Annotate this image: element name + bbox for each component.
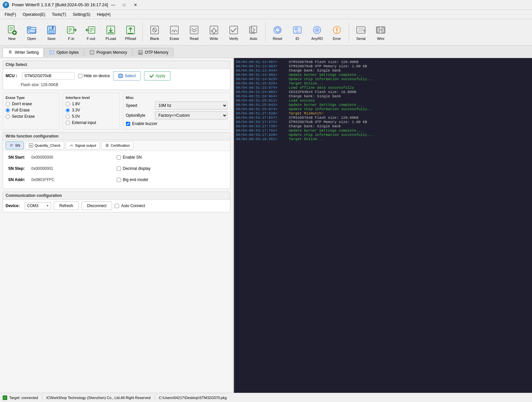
- enable-sn-checkbox[interactable]: [117, 155, 121, 160]
- speed-select[interactable]: 10M hz 1M hz 5M hz 20M hz: [155, 102, 228, 109]
- tab-otp-memory[interactable]: OTP Memory: [133, 48, 173, 57]
- toolbar-fout-button[interactable]: F-out: [82, 21, 100, 44]
- close-button[interactable]: ✕: [131, 2, 140, 8]
- sn-step-field: SN Step: 0x00000001: [8, 166, 117, 171]
- select-button[interactable]: Select: [113, 71, 140, 80]
- erase-icon: [168, 24, 180, 36]
- svg-rect-31: [230, 26, 238, 34]
- sn-addr-label: SN Addr:: [8, 177, 31, 182]
- new-label: New: [8, 37, 15, 41]
- toolbar-fin-button[interactable]: F-in: [62, 21, 80, 44]
- log-message: STM32G070xB OTP Memory size: 1.00 KB: [289, 120, 367, 124]
- dont-erase-radio[interactable]: [6, 102, 10, 106]
- log-message: STM32G070xB Flash size: 128.00KB: [289, 116, 358, 120]
- toolbar-erase-button[interactable]: Erase: [165, 21, 184, 44]
- svg-rect-30: [210, 26, 218, 34]
- device-select[interactable]: COM3 COM1 COM2 COM4: [25, 202, 51, 209]
- log-timestamp: 06/04-09:51:23:674>: [236, 86, 289, 90]
- tab-option-bytes[interactable]: Option bytes: [44, 48, 83, 57]
- sn-addr-field: SN Addr: 0x0801FFFC: [8, 177, 117, 182]
- hide-device-row: Hide on device: [78, 74, 110, 78]
- minimize-button[interactable]: —: [108, 2, 118, 8]
- toolbar-write-button[interactable]: Write: [205, 21, 223, 44]
- toolbar-pread-button[interactable]: PRead: [121, 21, 140, 44]
- log-timestamp: 06/04-09:51:13:867>: [236, 60, 289, 64]
- log-entry: 06/04-09:51:25:043> Update burner Settin…: [236, 103, 530, 107]
- menu-help[interactable]: Help(H): [94, 11, 114, 18]
- hide-device-checkbox[interactable]: [78, 74, 82, 78]
- menu-setting[interactable]: Setting(S): [70, 11, 94, 18]
- 3v3-radio[interactable]: [66, 108, 70, 112]
- toolbar-blank-button[interactable]: Blank: [145, 21, 164, 44]
- log-message: Change bank: Single bank: [289, 69, 341, 73]
- erase-type-col: Erase Type Don't erase Full Erase Sector…: [3, 93, 59, 130]
- log-timestamp: 06/04-09:53:17:672>: [236, 120, 289, 124]
- menu-operation[interactable]: Operation(E): [19, 11, 49, 18]
- wf-tab-quantity[interactable]: N Quantity_Check: [25, 141, 64, 149]
- fin-icon: [65, 24, 77, 36]
- toolbar-anyrd-button[interactable]: AnyRD: [308, 21, 326, 44]
- pload-label: PLoad: [105, 37, 116, 41]
- toolbar-auto-button[interactable]: Auto: [244, 21, 263, 44]
- ext-radio[interactable]: [66, 121, 70, 125]
- 5v0-radio[interactable]: [66, 114, 70, 119]
- log-message: Update chip information successfully...: [289, 107, 373, 111]
- serial-label: Serial: [356, 37, 366, 41]
- full-erase-option: Full Erase: [6, 108, 56, 112]
- decimal-display-checkbox[interactable]: [117, 167, 121, 171]
- tab-writer-setting[interactable]: Writer Setting: [3, 48, 44, 57]
- speed-row: Speed 10M hz 1M hz 5M hz 20M hz: [126, 102, 228, 109]
- mcu-input[interactable]: [22, 72, 75, 79]
- log-entry: 06/04-09:51:14:023> Update chip informat…: [236, 77, 530, 81]
- full-erase-radio[interactable]: [6, 108, 10, 112]
- toolbar-open-button[interactable]: Open: [22, 21, 41, 44]
- wf-tab-signal[interactable]: Signal output: [66, 141, 100, 149]
- svg-rect-64: [119, 75, 122, 77]
- toolbar-pload-button[interactable]: PLoad: [102, 21, 120, 44]
- enable-sn-row: Enable SN: [117, 155, 142, 160]
- disconnect-button[interactable]: Disconnect: [81, 201, 112, 210]
- wf-tab-sn[interactable]: SN: [6, 141, 24, 149]
- svg-point-43: [337, 32, 338, 33]
- speed-label: Speed: [126, 103, 152, 108]
- toolbar-wire-button[interactable]: Wire: [371, 21, 390, 44]
- log-timestamp: 06/04-09:51:25:074>: [236, 107, 289, 111]
- sector-erase-radio[interactable]: [6, 114, 10, 119]
- auto-connect-label: Auto Connect: [121, 203, 145, 208]
- menu-file[interactable]: File(F): [1, 11, 19, 18]
- maximize-button[interactable]: □: [119, 2, 129, 8]
- pread-label: PRead: [125, 37, 136, 41]
- wf-tab-cert[interactable]: Certification: [101, 141, 133, 149]
- refresh-button[interactable]: Refresh: [54, 201, 79, 210]
- apply-checkmark-icon: [149, 73, 154, 78]
- toolbar-read-button[interactable]: Read: [185, 21, 203, 44]
- toolbar-id-button[interactable]: ID ID: [288, 21, 307, 44]
- log-timestamp: 06/04-09:53:17:735>: [236, 124, 289, 128]
- toolbar-serial-button[interactable]: Serial: [352, 21, 370, 44]
- open-label: Open: [27, 37, 36, 41]
- tab-program-memory[interactable]: Program Memory: [84, 48, 132, 57]
- log-entry: 06/04-09:53:19:551> Target Online...: [236, 137, 530, 141]
- log-timestamp: 06/04-09:51:15:526>: [236, 81, 289, 85]
- toolbar-error-button[interactable]: Error: [328, 21, 346, 44]
- 1v8-radio[interactable]: [66, 102, 70, 106]
- toolbar-save-button[interactable]: Save: [42, 21, 61, 44]
- dont-erase-label: Don't erase: [12, 102, 32, 106]
- status-filepath: C:\Users\64217\Desktop\STM32G070.pkg: [159, 396, 227, 400]
- misc-title: Misc: [126, 96, 228, 100]
- toolbar-verify-button[interactable]: Verify: [224, 21, 243, 44]
- big-end-model-checkbox[interactable]: [117, 178, 121, 182]
- log-message: Update burner Settings complete...: [289, 73, 363, 77]
- apply-button[interactable]: Apply: [144, 71, 170, 80]
- toolbar-reset-button[interactable]: Reset: [268, 21, 287, 44]
- enable-buzzer-checkbox[interactable]: [126, 122, 130, 126]
- big-end-model-label: Big end model: [123, 177, 148, 182]
- full-erase-label: Full Erase: [12, 108, 30, 112]
- optionbyte-select[interactable]: Factory=>Custom Keep Factory: [155, 111, 228, 119]
- menu-tools[interactable]: Tools(T): [48, 11, 69, 18]
- sn-step-value: 0x00000001: [31, 166, 53, 171]
- auto-connect-checkbox[interactable]: [115, 204, 119, 208]
- log-timestamp: 06/04-09:51:13:944>: [236, 69, 289, 73]
- toolbar-new-button[interactable]: New: [3, 21, 21, 44]
- ext-option: External input: [66, 120, 116, 125]
